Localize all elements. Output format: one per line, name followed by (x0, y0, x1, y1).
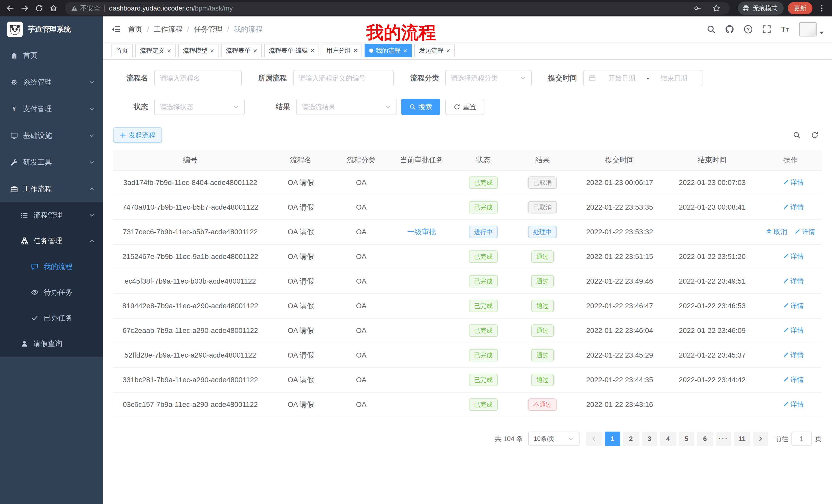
page-content: 流程名 所属流程 流程分类 请选择流程分类 (103, 60, 832, 504)
detail-action[interactable]: 详情 (783, 326, 804, 335)
pager-page[interactable]: 11 (734, 431, 750, 446)
edit-icon (783, 204, 789, 210)
home-browser-icon[interactable] (46, 1, 61, 16)
detail-action[interactable]: 详情 (783, 400, 804, 409)
sidebar-item-dev-tools[interactable]: 研发工具 (0, 149, 103, 176)
close-icon[interactable]: × (354, 47, 357, 54)
tab-user-group[interactable]: 用户分组× (322, 44, 362, 57)
pager-page[interactable]: 3 (642, 431, 657, 446)
refresh-icon (453, 104, 460, 110)
detail-action[interactable]: 详情 (783, 203, 804, 212)
tab-process-definition[interactable]: 流程定义× (135, 44, 176, 57)
current-task-link[interactable]: 一级审批 (407, 228, 436, 236)
bookmark-star-icon[interactable] (709, 1, 724, 16)
help-icon[interactable]: ? (744, 25, 753, 34)
tab-process-form-edit[interactable]: 流程表单-编辑× (264, 44, 319, 57)
security-chip[interactable]: 不安全 (71, 4, 100, 13)
sidebar-item-my-process[interactable]: 我的流程 (0, 254, 103, 279)
sidebar-item-workflow[interactable]: 工作流程 (0, 176, 103, 202)
process-name-input[interactable] (160, 74, 236, 82)
sidebar-item-todo-tasks[interactable]: 待办任务 (0, 279, 103, 305)
chevron-down-icon (568, 436, 574, 442)
category-select[interactable]: 请选择流程分类 (445, 70, 532, 86)
sidebar-item-done-tasks[interactable]: 已办任务 (0, 305, 103, 331)
pager-next[interactable] (753, 431, 768, 446)
tab-start-process[interactable]: 发起流程× (414, 44, 454, 57)
chat-bubble-icon (31, 263, 38, 271)
back-icon[interactable] (3, 1, 18, 16)
pager-ellipsis[interactable]: ··· (716, 431, 731, 446)
pager-prev[interactable] (586, 431, 602, 446)
detail-action-label: 详情 (790, 375, 804, 384)
detail-action[interactable]: 详情 (783, 277, 804, 286)
sidebar-item-task-mgmt[interactable]: 任务管理 (0, 228, 103, 254)
pager-page[interactable]: 1 (605, 431, 620, 446)
sidebar-item-home[interactable]: 首页 (0, 42, 103, 69)
start-process-button[interactable]: 发起流程 (113, 128, 162, 143)
refresh-table-icon[interactable] (811, 131, 818, 139)
row-actions: 取消 详情 (758, 252, 823, 261)
edit-icon (783, 376, 789, 383)
process-id: 3ad174fb-7b9d-11ec-8404-acde48001122 (113, 178, 267, 187)
detail-action[interactable]: 详情 (783, 252, 804, 261)
tab-my-process[interactable]: 我的流程× (365, 44, 412, 57)
result-select[interactable]: 请选流结果 (296, 99, 397, 115)
date-range-picker[interactable]: 开始日期 - 结束日期 (583, 70, 702, 86)
process-name: OA 请假 (267, 351, 334, 360)
table-header: 编号 流程名 流程分类 当前审批任务 状态 结果 提交时间 结束时间 操作 (113, 150, 822, 171)
reload-icon[interactable] (32, 1, 46, 16)
forward-icon[interactable] (18, 1, 32, 16)
sidebar-item-system-mgmt[interactable]: 系统管理 (0, 69, 103, 95)
avatar[interactable] (799, 22, 816, 36)
user-menu[interactable] (799, 22, 824, 36)
browser-menu-icon[interactable] (814, 1, 829, 16)
hamburger-icon[interactable] (111, 24, 121, 34)
search-button[interactable]: 搜索 (401, 99, 440, 115)
process-def-input[interactable] (299, 74, 388, 82)
close-icon[interactable]: × (446, 47, 450, 54)
key-icon[interactable] (691, 1, 705, 16)
tab-home[interactable]: 首页 (111, 44, 133, 57)
detail-action[interactable]: 详情 (783, 375, 804, 384)
breadcrumb-home[interactable]: 首页 (128, 24, 142, 34)
goto-page-input[interactable] (791, 431, 812, 446)
page-size-select[interactable]: 10条/页 (528, 431, 579, 446)
fullscreen-icon[interactable] (762, 25, 771, 34)
close-icon[interactable]: × (253, 47, 257, 54)
sidebar-item-infrastructure[interactable]: 基础设施 (0, 122, 103, 149)
pager-page[interactable]: 6 (697, 431, 713, 446)
close-icon[interactable]: × (403, 47, 407, 54)
breadcrumb-workflow[interactable]: 工作流程 (154, 24, 183, 34)
annotation-my-process: 我的流程 (366, 21, 436, 45)
pager-page[interactable]: 5 (679, 431, 694, 446)
search-icon[interactable] (706, 25, 716, 34)
calendar-icon (589, 75, 596, 82)
toggle-search-icon[interactable] (793, 131, 801, 139)
end-time: 2022-01-22 23:51:20 (666, 253, 758, 261)
sidebar-item-leave-query[interactable]: 请假查询 (0, 331, 103, 357)
sidebar-item-process-mgmt[interactable]: 流程管理 (0, 202, 103, 228)
edit-icon (783, 278, 789, 284)
process-name: OA 请假 (267, 227, 334, 237)
pager-page[interactable]: 4 (660, 431, 676, 446)
detail-action[interactable]: 详情 (794, 227, 815, 236)
reset-button[interactable]: 重置 (445, 99, 485, 115)
detail-action[interactable]: 详情 (783, 301, 804, 310)
breadcrumb-task-mgmt[interactable]: 任务管理 (194, 24, 223, 34)
address-bar[interactable]: 不安全 dashboard.yudao.iocoder.cn/bpm/task/… (65, 2, 730, 15)
status-label: 状态 (113, 102, 148, 112)
close-icon[interactable]: × (167, 47, 171, 54)
cancel-action[interactable]: 取消 (766, 227, 787, 236)
font-size-icon[interactable]: TT (781, 25, 790, 34)
tab-process-model[interactable]: 流程模型× (178, 44, 218, 57)
update-button[interactable]: 更新 (788, 2, 812, 15)
close-icon[interactable]: × (311, 47, 314, 54)
sidebar-item-payment-mgmt[interactable]: ¥ 支付管理 (0, 95, 103, 122)
detail-action[interactable]: 详情 (783, 178, 804, 187)
github-icon[interactable] (725, 25, 734, 34)
detail-action[interactable]: 详情 (783, 351, 804, 360)
status-select[interactable]: 请选择状态 (154, 99, 245, 115)
tab-process-form[interactable]: 流程表单× (221, 44, 261, 57)
pager-page[interactable]: 2 (623, 431, 639, 446)
close-icon[interactable]: × (210, 47, 214, 54)
